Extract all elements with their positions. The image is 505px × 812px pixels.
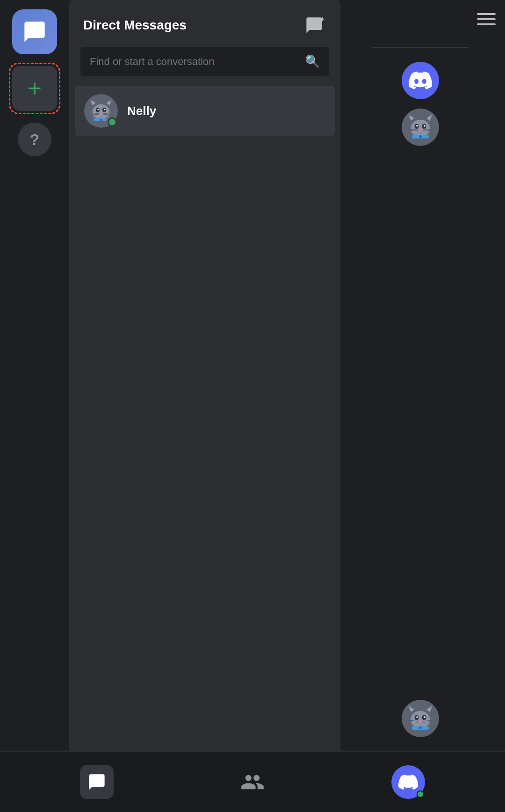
bottom-online-dot [417, 790, 424, 798]
bottom-friends-button[interactable] [236, 765, 269, 799]
svg-point-46 [424, 716, 426, 718]
svg-point-35 [419, 135, 422, 138]
app-container: + ? Direct Messages + [0, 0, 505, 812]
bottom-messages-icon [87, 773, 106, 791]
search-input[interactable] [90, 56, 299, 68]
bottom-friends-icon-wrapper [236, 765, 269, 799]
add-server-wrapper: + [9, 63, 60, 114]
help-button[interactable]: ? [18, 123, 51, 156]
bottom-avatar-icon [398, 772, 418, 792]
svg-point-28 [424, 125, 426, 127]
svg-point-11 [100, 113, 102, 114]
dm-panel: Direct Messages + 🔍 [69, 0, 340, 751]
bottom-messages-button[interactable] [80, 765, 114, 799]
hamburger-menu-button[interactable] [477, 13, 496, 25]
message-icon [22, 20, 47, 44]
server-avatar-cat-2 [402, 700, 439, 737]
hamburger-line-2 [477, 18, 496, 20]
sidebar-divider [372, 47, 468, 48]
svg-point-29 [419, 129, 422, 130]
plus-icon: + [28, 76, 42, 101]
svg-point-53 [419, 726, 422, 729]
online-status-dot [108, 117, 117, 127]
main-area: + ? Direct Messages + [0, 0, 505, 751]
svg-point-10 [104, 109, 106, 110]
question-mark-icon: ? [30, 130, 40, 149]
avatar-wrapper [84, 94, 118, 128]
discord-logo [409, 69, 432, 92]
new-dm-plus-icon: + [320, 15, 325, 23]
svg-point-27 [416, 125, 418, 127]
search-bar: 🔍 [80, 47, 329, 76]
new-dm-button[interactable]: + [302, 13, 326, 37]
svg-point-17 [100, 119, 102, 121]
conversation-item-nelly[interactable]: Nelly [75, 86, 335, 136]
svg-point-47 [419, 720, 422, 722]
discord-server-icon[interactable] [402, 62, 439, 99]
hamburger-line-3 [477, 23, 496, 25]
svg-point-45 [416, 716, 418, 718]
server-icon-cat-2[interactable] [402, 700, 439, 737]
dm-panel-title: Direct Messages [83, 18, 187, 33]
bottom-friends-icon [240, 770, 265, 794]
svg-point-24 [411, 120, 430, 137]
dm-panel-header: Direct Messages + [69, 0, 340, 47]
dm-header-icons: + [302, 13, 326, 37]
search-icon: 🔍 [305, 54, 320, 69]
svg-point-9 [98, 109, 99, 110]
add-server-button[interactable]: + [12, 66, 57, 111]
server-icon-cat-1[interactable] [402, 109, 439, 146]
svg-point-42 [411, 711, 430, 728]
server-avatar-cat-1 [402, 109, 439, 146]
conversation-list: Nelly [69, 86, 340, 751]
bottom-profile-button[interactable] [391, 765, 425, 799]
right-sidebar [340, 0, 505, 751]
conversation-name: Nelly [127, 104, 156, 118]
bottom-avatar [391, 765, 425, 799]
icon-sidebar: + ? [0, 0, 69, 751]
dm-icon-button[interactable] [12, 9, 57, 54]
bottom-messages-icon-circle [80, 765, 114, 799]
bottom-bar [0, 751, 505, 812]
hamburger-line-1 [477, 13, 496, 15]
svg-point-6 [93, 104, 109, 119]
